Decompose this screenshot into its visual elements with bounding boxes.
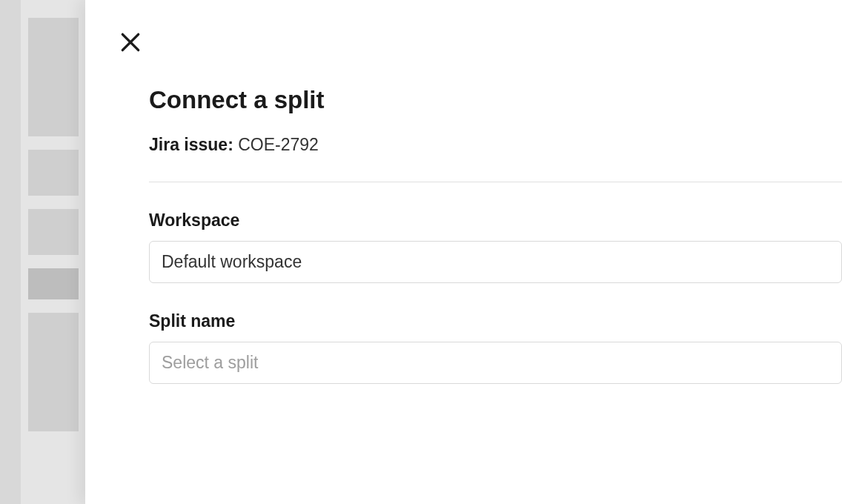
sidebar-placeholder	[28, 209, 79, 255]
modal-title: Connect a split	[149, 86, 842, 114]
sidebar-placeholder	[28, 150, 79, 196]
jira-issue-label: Jira issue:	[149, 135, 233, 154]
split-name-label: Split name	[149, 311, 842, 331]
modal-content: Connect a split Jira issue: COE-2792 Wor…	[149, 86, 842, 412]
close-icon	[119, 30, 142, 54]
divider	[149, 182, 842, 182]
split-name-select[interactable]: Select a split	[149, 342, 842, 384]
workspace-select[interactable]: Default workspace	[149, 241, 842, 283]
jira-issue-row: Jira issue: COE-2792	[149, 135, 842, 155]
sidebar-placeholder	[28, 313, 79, 431]
jira-issue-value: COE-2792	[238, 135, 319, 154]
sidebar-placeholder	[28, 268, 79, 299]
connect-split-modal: Connect a split Jira issue: COE-2792 Wor…	[85, 0, 842, 504]
sidebar-placeholder	[28, 18, 79, 136]
sidebar-inner	[21, 0, 85, 504]
sidebar-background	[0, 0, 85, 504]
workspace-label: Workspace	[149, 210, 842, 231]
close-button[interactable]	[115, 27, 146, 58]
